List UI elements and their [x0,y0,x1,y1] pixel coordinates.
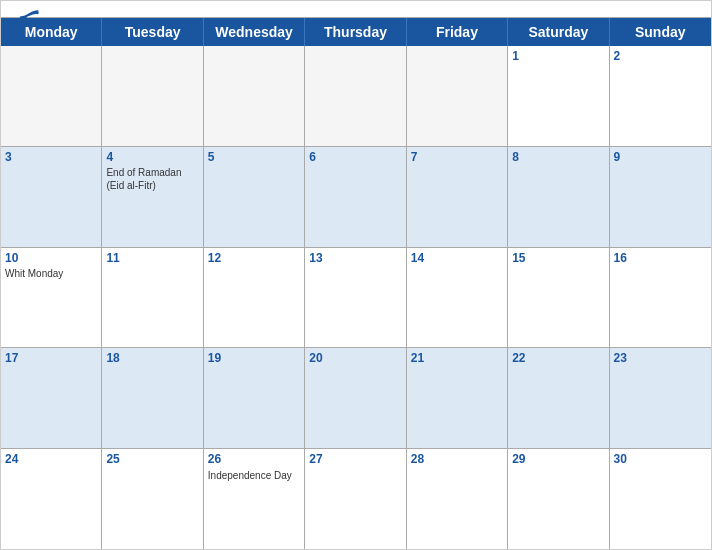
day-cell: 14 [407,248,508,348]
day-cell: 27 [305,449,406,549]
day-number: 9 [614,150,707,164]
day-cell: 15 [508,248,609,348]
day-number: 27 [309,452,401,466]
calendar-grid: Monday Tuesday Wednesday Thursday Friday… [1,17,711,549]
week-row-2: 34End of Ramadan (Eid al-Fitr)56789 [1,147,711,248]
header-wednesday: Wednesday [204,18,305,46]
day-cell: 21 [407,348,508,448]
day-cell: 4End of Ramadan (Eid al-Fitr) [102,147,203,247]
day-number: 30 [614,452,707,466]
day-headers: Monday Tuesday Wednesday Thursday Friday… [1,18,711,46]
day-number: 19 [208,351,300,365]
header-tuesday: Tuesday [102,18,203,46]
day-number: 1 [512,49,604,63]
day-cell: 22 [508,348,609,448]
day-cell: 7 [407,147,508,247]
day-number: 26 [208,452,300,466]
day-cell: 9 [610,147,711,247]
day-cell: 13 [305,248,406,348]
day-cell [407,46,508,146]
day-cell: 26Independence Day [204,449,305,549]
day-cell: 5 [204,147,305,247]
day-number: 7 [411,150,503,164]
day-number: 3 [5,150,97,164]
day-event: Whit Monday [5,267,97,280]
day-number: 4 [106,150,198,164]
header-thursday: Thursday [305,18,406,46]
day-event: End of Ramadan (Eid al-Fitr) [106,166,198,192]
day-number: 23 [614,351,707,365]
day-cell [1,46,102,146]
day-cell: 2 [610,46,711,146]
day-number: 28 [411,452,503,466]
week-row-5: 242526Independence Day27282930 [1,449,711,549]
day-number: 24 [5,452,97,466]
day-cell: 18 [102,348,203,448]
day-cell [305,46,406,146]
day-cell: 3 [1,147,102,247]
day-cell: 23 [610,348,711,448]
day-number: 11 [106,251,198,265]
day-number: 20 [309,351,401,365]
day-cell: 19 [204,348,305,448]
day-number: 6 [309,150,401,164]
header-saturday: Saturday [508,18,609,46]
header-sunday: Sunday [610,18,711,46]
header-friday: Friday [407,18,508,46]
day-number: 18 [106,351,198,365]
day-number: 15 [512,251,604,265]
day-cell: 20 [305,348,406,448]
day-number: 29 [512,452,604,466]
day-cell: 17 [1,348,102,448]
day-number: 14 [411,251,503,265]
day-number: 17 [5,351,97,365]
week-row-1: 12 [1,46,711,147]
day-cell: 24 [1,449,102,549]
logo-blue [17,9,39,25]
weeks-container: 1234End of Ramadan (Eid al-Fitr)5678910W… [1,46,711,549]
day-cell: 10Whit Monday [1,248,102,348]
week-row-4: 17181920212223 [1,348,711,449]
week-row-3: 10Whit Monday111213141516 [1,248,711,349]
day-number: 2 [614,49,707,63]
day-number: 25 [106,452,198,466]
calendar-header [1,1,711,17]
day-number: 12 [208,251,300,265]
day-cell: 11 [102,248,203,348]
day-number: 10 [5,251,97,265]
day-cell: 29 [508,449,609,549]
day-cell: 25 [102,449,203,549]
day-cell [204,46,305,146]
day-number: 5 [208,150,300,164]
day-cell: 12 [204,248,305,348]
day-cell: 28 [407,449,508,549]
day-number: 22 [512,351,604,365]
day-cell: 30 [610,449,711,549]
day-cell: 8 [508,147,609,247]
day-number: 8 [512,150,604,164]
logo [17,9,39,25]
calendar: Monday Tuesday Wednesday Thursday Friday… [0,0,712,550]
day-cell [102,46,203,146]
day-number: 21 [411,351,503,365]
day-cell: 16 [610,248,711,348]
day-cell: 1 [508,46,609,146]
day-cell: 6 [305,147,406,247]
day-number: 13 [309,251,401,265]
day-event: Independence Day [208,469,300,482]
day-number: 16 [614,251,707,265]
